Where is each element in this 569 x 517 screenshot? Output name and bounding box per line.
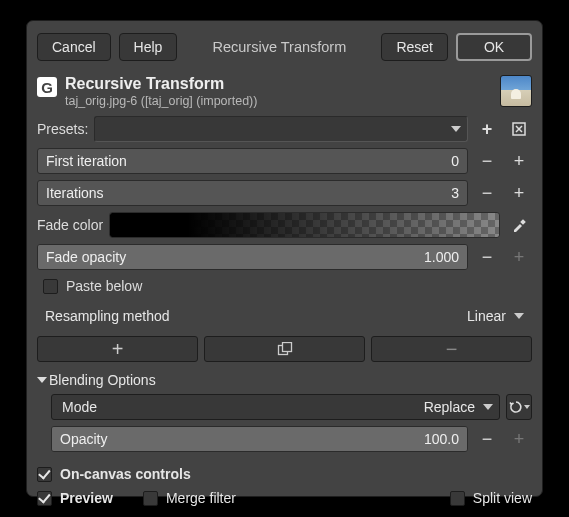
- plus-icon: +: [514, 183, 525, 204]
- svg-rect-1: [520, 219, 526, 225]
- reset-mode-icon: [509, 400, 523, 414]
- resampling-label: Resampling method: [45, 308, 170, 324]
- fade-color-row: Fade color: [37, 212, 532, 238]
- filter-subtitle: taj_orig.jpg-6 ([taj_orig] (imported)): [65, 94, 492, 108]
- preview-checkbox[interactable]: [37, 491, 52, 506]
- iterations-value: 3: [451, 185, 459, 201]
- plus-icon: +: [482, 119, 493, 140]
- presets-combo[interactable]: [94, 116, 468, 142]
- reset-button[interactable]: Reset: [381, 33, 448, 61]
- split-view-checkbox[interactable]: [450, 491, 465, 506]
- opacity-slider[interactable]: Opacity 100.0: [51, 426, 468, 452]
- chevron-down-icon: [451, 126, 461, 132]
- dialog-panel: Cancel Help Recursive Transform Reset OK…: [26, 20, 543, 497]
- dialog-body: Presets: + First iteration 0 − +: [27, 116, 542, 506]
- minus-icon: −: [482, 151, 493, 172]
- plus-icon: +: [112, 338, 124, 361]
- preview-label: Preview: [60, 490, 113, 506]
- on-canvas-row: On-canvas controls: [37, 466, 532, 482]
- resampling-value: Linear: [467, 308, 506, 324]
- first-iteration-label: First iteration: [46, 153, 127, 169]
- fade-opacity-minus[interactable]: −: [474, 244, 500, 270]
- on-canvas-label: On-canvas controls: [60, 466, 191, 482]
- expander-down-icon: [37, 377, 47, 383]
- first-iteration-plus[interactable]: +: [506, 148, 532, 174]
- blending-options-body: Mode Replace Opacity: [37, 394, 532, 452]
- mode-label: Mode: [62, 399, 97, 415]
- merge-filter-checkbox[interactable]: [143, 491, 158, 506]
- preview-row: Preview Merge filter Split view: [37, 490, 532, 506]
- opacity-row: Opacity 100.0 − +: [51, 426, 532, 452]
- resampling-combo[interactable]: Resampling method Linear: [37, 302, 532, 330]
- iterations-minus[interactable]: −: [474, 180, 500, 206]
- presets-row: Presets: +: [37, 116, 532, 142]
- opacity-value: 100.0: [424, 431, 459, 447]
- filter-titles: Recursive Transform taj_orig.jpg-6 ([taj…: [65, 75, 492, 108]
- first-iteration-row: First iteration 0 − +: [37, 148, 532, 174]
- opacity-plus: +: [506, 426, 532, 452]
- fade-opacity-slider[interactable]: Fade opacity 1.000: [37, 244, 468, 270]
- plus-icon: +: [514, 151, 525, 172]
- iterations-row: Iterations 3 − +: [37, 180, 532, 206]
- manage-preset-icon: [511, 121, 527, 137]
- first-iteration-value: 0: [451, 153, 459, 169]
- blending-options-label: Blending Options: [49, 372, 156, 388]
- ok-button[interactable]: OK: [456, 33, 532, 61]
- paste-below-checkbox[interactable]: [43, 279, 58, 294]
- minus-icon: −: [446, 338, 458, 361]
- add-transform-button[interactable]: +: [37, 336, 198, 362]
- add-preset-button[interactable]: +: [474, 116, 500, 142]
- manage-preset-button[interactable]: [506, 116, 532, 142]
- preview-thumbnail: [500, 75, 532, 107]
- plus-icon: +: [514, 429, 525, 450]
- gegl-icon: G: [37, 77, 57, 97]
- paste-below-row: Paste below: [37, 276, 532, 296]
- transform-list-controls: + −: [37, 336, 532, 362]
- dialog-button-row: Cancel Help Recursive Transform Reset OK: [27, 21, 542, 71]
- duplicate-icon: [277, 342, 293, 356]
- presets-label: Presets:: [37, 121, 88, 137]
- footer-options: On-canvas controls Preview Merge filter …: [37, 466, 532, 506]
- minus-icon: −: [482, 247, 493, 268]
- first-iteration-slider[interactable]: First iteration 0: [37, 148, 468, 174]
- chevron-down-icon: [514, 313, 524, 319]
- help-button[interactable]: Help: [119, 33, 178, 61]
- mode-combo[interactable]: Mode Replace: [51, 394, 500, 420]
- fade-opacity-row: Fade opacity 1.000 − +: [37, 244, 532, 270]
- fade-color-well[interactable]: [109, 212, 500, 238]
- merge-filter-label: Merge filter: [166, 490, 236, 506]
- fade-color-reset-button[interactable]: [506, 212, 532, 238]
- plus-icon: +: [514, 247, 525, 268]
- iterations-slider[interactable]: Iterations 3: [37, 180, 468, 206]
- fade-opacity-label: Fade opacity: [46, 249, 126, 265]
- eyedropper-icon: [511, 217, 527, 233]
- chevron-down-icon: [524, 405, 530, 409]
- mode-row: Mode Replace: [51, 394, 532, 420]
- mode-value: Replace: [424, 399, 475, 415]
- filter-header: G Recursive Transform taj_orig.jpg-6 ([t…: [27, 71, 542, 116]
- duplicate-transform-button[interactable]: [204, 336, 365, 362]
- chevron-down-icon: [483, 404, 493, 410]
- filter-name: Recursive Transform: [65, 75, 492, 93]
- blending-options-header[interactable]: Blending Options: [37, 368, 532, 388]
- mode-reset-button[interactable]: [506, 394, 532, 420]
- iterations-label: Iterations: [46, 185, 104, 201]
- opacity-minus[interactable]: −: [474, 426, 500, 452]
- paste-below-label: Paste below: [66, 278, 142, 294]
- fade-opacity-plus: +: [506, 244, 532, 270]
- split-view-label: Split view: [473, 490, 532, 506]
- fade-opacity-value: 1.000: [424, 249, 459, 265]
- opacity-label: Opacity: [60, 431, 107, 447]
- on-canvas-checkbox[interactable]: [37, 467, 52, 482]
- minus-icon: −: [482, 183, 493, 204]
- cancel-button[interactable]: Cancel: [37, 33, 111, 61]
- fade-color-label: Fade color: [37, 217, 103, 233]
- iterations-plus[interactable]: +: [506, 180, 532, 206]
- remove-transform-button[interactable]: −: [371, 336, 532, 362]
- first-iteration-minus[interactable]: −: [474, 148, 500, 174]
- svg-rect-3: [282, 343, 291, 352]
- dialog-title-label: Recursive Transform: [185, 33, 373, 61]
- minus-icon: −: [482, 429, 493, 450]
